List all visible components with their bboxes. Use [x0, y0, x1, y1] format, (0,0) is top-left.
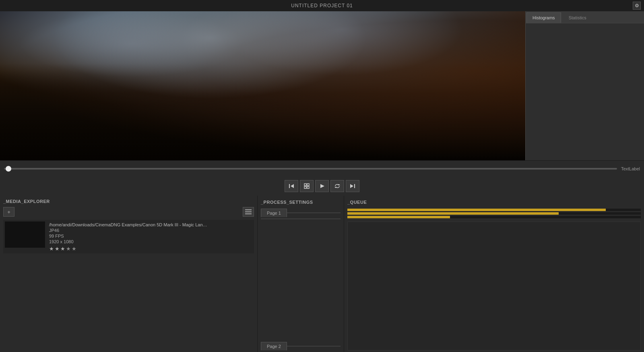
svg-rect-13	[245, 213, 252, 214]
star-1[interactable]: ★	[49, 246, 54, 252]
settings-icon[interactable]: ⚙	[633, 2, 641, 10]
svg-marker-1	[291, 184, 294, 188]
progress-bar-fill-3	[347, 216, 450, 218]
scrubber-area[interactable]: TextLabel	[0, 160, 644, 176]
histogram-tabs: Histograms Statistics	[526, 11, 644, 23]
media-resolution: 1920 x 1080	[49, 239, 207, 244]
scrubber-track[interactable]	[4, 168, 617, 170]
media-stars: ★ ★ ★ ★ ★	[49, 246, 207, 252]
svg-rect-9	[354, 184, 355, 188]
playback-controls	[0, 176, 644, 196]
star-3[interactable]: ★	[60, 246, 65, 252]
page-1-tab[interactable]: Page 1	[261, 209, 341, 217]
svg-rect-2	[304, 184, 306, 186]
loop-button[interactable]	[330, 180, 344, 192]
media-thumbnail	[5, 222, 45, 248]
star-4[interactable]: ★	[66, 246, 71, 252]
media-fps: 99 FPS	[49, 234, 207, 238]
progress-bar-3	[347, 216, 641, 218]
play-forward-button[interactable]	[315, 180, 329, 192]
tab-connector-2	[287, 346, 341, 346]
svg-marker-6	[320, 184, 324, 188]
progress-bar-fill-1	[347, 209, 606, 211]
svg-rect-11	[245, 209, 252, 210]
media-explorer-title: _MEDIA_EXPLORER	[3, 199, 50, 204]
svg-rect-12	[245, 211, 252, 212]
skip-to-start-button[interactable]	[285, 180, 298, 192]
svg-rect-3	[307, 184, 309, 186]
page-2-label[interactable]: Page 2	[261, 342, 287, 350]
tab-histograms[interactable]: Histograms	[526, 12, 561, 23]
queue-progress-bars	[344, 207, 644, 220]
preview-area	[0, 11, 525, 160]
svg-rect-0	[289, 184, 290, 188]
list-view-button[interactable]	[243, 207, 254, 217]
process-settings-title: _PROCESS_SETTINGS	[258, 196, 344, 207]
scrubber-label: TextLabel	[621, 166, 640, 171]
histogram-content	[526, 23, 644, 160]
grid-view-button[interactable]	[300, 180, 314, 192]
page-2-tab[interactable]: Page 2	[261, 342, 341, 350]
media-explorer-header: _MEDIA_EXPLORER	[0, 196, 257, 205]
media-explorer: _MEDIA_EXPLORER + /home/andi/Downloads/C…	[0, 196, 258, 352]
skip-to-end-button[interactable]	[346, 180, 359, 192]
star-5[interactable]: ★	[72, 246, 76, 252]
media-item[interactable]: /home/andi/Downloads/CinemaDNG Examples/…	[3, 220, 254, 253]
bottom-panels: _MEDIA_EXPLORER + /home/andi/Downloads/C…	[0, 196, 644, 352]
media-format: JP46	[49, 228, 207, 233]
queue-items	[347, 222, 641, 350]
project-title: UNTITLED PROJECT 01	[291, 3, 353, 8]
tab-connector-1	[287, 213, 341, 213]
queue-title: _QUEUE	[344, 196, 644, 207]
title-bar: UNTITLED PROJECT 01 ⚙	[0, 0, 644, 11]
queue-panel: _QUEUE	[344, 196, 644, 352]
star-2[interactable]: ★	[55, 246, 60, 252]
add-media-button[interactable]: +	[3, 207, 14, 217]
progress-bar-fill-2	[347, 212, 559, 215]
histogram-panel: Histograms Statistics	[525, 11, 644, 160]
media-info: /home/andi/Downloads/CinemaDNG Examples/…	[49, 222, 207, 252]
main-area: Histograms Statistics	[0, 11, 644, 160]
svg-rect-5	[307, 186, 309, 188]
progress-bar-2	[347, 212, 641, 215]
media-list: /home/andi/Downloads/CinemaDNG Examples/…	[0, 218, 257, 352]
process-settings: _PROCESS_SETTINGS Page 1 Page 2	[258, 196, 344, 352]
svg-marker-10	[350, 184, 353, 188]
media-explorer-toolbar: +	[0, 205, 257, 218]
svg-rect-4	[304, 186, 306, 188]
media-path: /home/andi/Downloads/CinemaDNG Examples/…	[49, 222, 207, 227]
tab-statistics[interactable]: Statistics	[563, 12, 592, 23]
progress-bar-1	[347, 209, 641, 211]
scrubber-thumb[interactable]	[6, 166, 11, 172]
preview-image	[0, 11, 525, 160]
page-1-label[interactable]: Page 1	[261, 209, 287, 217]
